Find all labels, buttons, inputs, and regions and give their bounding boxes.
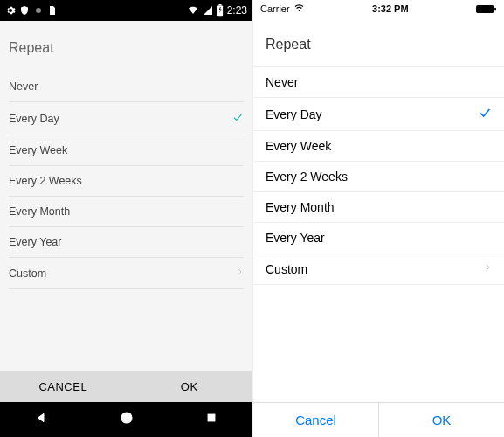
circle-icon — [33, 5, 44, 16]
ok-button[interactable]: OK — [127, 371, 253, 402]
svg-rect-6 — [208, 414, 215, 421]
gear-icon — [5, 5, 16, 16]
page-title: Repeat — [253, 17, 504, 66]
cancel-button[interactable]: Cancel — [253, 403, 378, 437]
option-label: Every Day — [9, 113, 59, 125]
option-label: Never — [266, 75, 298, 89]
option-label: Every Week — [266, 139, 331, 153]
checkmark-icon — [231, 111, 244, 126]
option-label: Every Day — [266, 108, 322, 121]
option-label: Custom — [9, 267, 46, 280]
option-never[interactable]: Never — [253, 66, 504, 98]
cell-signal-icon — [203, 5, 213, 16]
checkmark-icon — [478, 106, 492, 122]
ios-options-list: Never Every Day Every Week Every 2 Weeks… — [253, 66, 504, 285]
sdcard-icon — [47, 5, 58, 16]
android-screen: 2:23 Repeat Never Every Day Every Week E… — [0, 0, 252, 437]
option-label: Every Month — [266, 200, 335, 214]
option-every-week[interactable]: Every Week — [253, 131, 504, 162]
option-never[interactable]: Never — [9, 72, 244, 102]
option-every-month[interactable]: Every Month — [253, 192, 504, 223]
option-label: Every Month — [9, 205, 70, 218]
ios-screen: Carrier 3:32 PM Repeat Never Every Day E… — [252, 0, 504, 437]
option-label: Every Week — [9, 144, 67, 156]
svg-point-5 — [124, 415, 129, 420]
option-custom[interactable]: Custom — [253, 253, 504, 285]
option-custom[interactable]: Custom — [9, 258, 244, 289]
option-every-2-weeks[interactable]: Every 2 Weeks — [9, 166, 244, 197]
chevron-right-icon — [235, 267, 244, 280]
android-options-list: Never Every Day Every Week Every 2 Weeks… — [0, 72, 252, 371]
option-every-day[interactable]: Every Day — [253, 98, 504, 131]
option-every-year[interactable]: Every Year — [253, 223, 504, 253]
option-label: Never — [9, 80, 38, 93]
chevron-right-icon — [483, 261, 492, 276]
ios-status-bar: Carrier 3:32 PM — [253, 0, 504, 17]
ok-button[interactable]: OK — [379, 403, 504, 437]
android-status-right: 2:23 — [187, 4, 247, 17]
cancel-button[interactable]: CANCEL — [0, 371, 127, 402]
android-status-left — [5, 5, 58, 16]
battery-icon — [476, 4, 497, 14]
carrier-label: Carrier — [260, 3, 290, 14]
option-label: Custom — [266, 262, 307, 276]
option-label: Every Year — [266, 231, 325, 245]
nav-home-icon[interactable] — [119, 410, 135, 429]
wifi-icon — [187, 5, 199, 16]
page-title: Repeat — [0, 21, 252, 72]
svg-rect-7 — [476, 4, 494, 12]
svg-marker-3 — [38, 413, 44, 421]
option-every-week[interactable]: Every Week — [9, 135, 244, 166]
android-clock: 2:23 — [227, 4, 247, 17]
option-label: Every Year — [9, 236, 61, 248]
wifi-icon — [293, 4, 305, 13]
option-every-month[interactable]: Every Month — [9, 197, 244, 227]
ios-status-right — [476, 4, 497, 14]
option-every-day[interactable]: Every Day — [9, 102, 244, 135]
option-every-year[interactable]: Every Year — [9, 227, 244, 258]
shield-icon — [19, 5, 30, 16]
svg-rect-2 — [218, 4, 221, 6]
android-action-bar: CANCEL OK — [0, 371, 252, 402]
option-every-2-weeks[interactable]: Every 2 Weeks — [253, 162, 504, 192]
battery-icon — [217, 4, 224, 17]
ios-clock: 3:32 PM — [372, 3, 409, 14]
option-label: Every 2 Weeks — [266, 170, 348, 184]
svg-rect-8 — [494, 7, 496, 10]
ios-status-left: Carrier — [260, 3, 305, 14]
nav-recent-icon[interactable] — [205, 412, 217, 427]
svg-point-0 — [36, 8, 41, 13]
nav-back-icon[interactable] — [35, 411, 49, 428]
android-nav-bar — [0, 402, 252, 437]
ios-action-bar: Cancel OK — [253, 402, 504, 437]
android-status-bar: 2:23 — [0, 0, 252, 21]
option-label: Every 2 Weeks — [9, 175, 82, 187]
